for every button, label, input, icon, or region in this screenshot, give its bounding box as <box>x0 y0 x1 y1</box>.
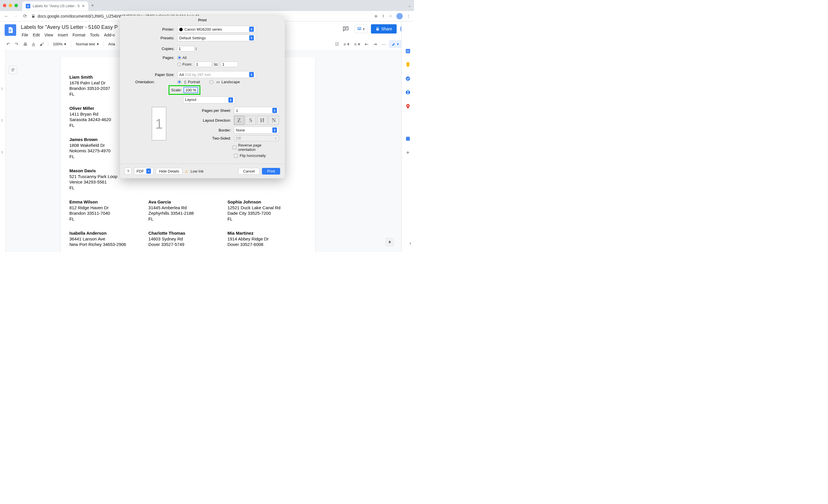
pages-from-input[interactable] <box>195 61 212 67</box>
label-line: 14603 Sydney Rd <box>148 236 227 242</box>
address-label[interactable]: Mia Martinez1914 Abbey Ridge DrDover 335… <box>227 230 306 247</box>
help-button[interactable]: ? <box>125 168 131 174</box>
address-label[interactable]: Emma Wilson812 Ridge Haven DrBrandon 335… <box>69 199 148 222</box>
kebab-menu-icon[interactable]: ⋮ <box>407 14 411 18</box>
copies-input[interactable] <box>177 46 195 51</box>
scale-label: Scale: <box>171 88 181 92</box>
label-line: FL <box>227 216 306 222</box>
redo-button[interactable]: ↷ <box>13 40 20 48</box>
pdf-dropdown-button[interactable]: PDF▼ <box>134 167 154 175</box>
present-button[interactable]: ▾ <box>355 25 367 33</box>
menu-tools[interactable]: Tools <box>88 32 101 38</box>
paper-size-select[interactable]: A4 210 by 297 mm ▲▼ <box>177 71 256 78</box>
layout-dir-1[interactable]: Z <box>234 116 244 125</box>
show-side-panel-button[interactable]: › <box>409 240 411 246</box>
keep-icon[interactable] <box>405 61 411 68</box>
address-label[interactable]: Charlotte Thomas14603 Sydney RdDover 335… <box>148 230 227 247</box>
zoom-select[interactable]: 100% ▾ <box>51 41 69 47</box>
cancel-button[interactable]: Cancel <box>238 168 260 174</box>
spellcheck-button[interactable]: A <box>30 40 37 48</box>
calendar-icon[interactable]: 31 <box>405 47 411 54</box>
header-actions: ▾ Share <box>340 24 409 34</box>
bulleted-list-button[interactable]: ≡ ▾ <box>342 40 351 48</box>
select-arrows-icon: ▼ <box>146 168 151 174</box>
docs-logo-icon[interactable] <box>5 24 16 36</box>
orientation-landscape-radio[interactable] <box>209 80 213 84</box>
back-button[interactable]: ← <box>3 13 9 19</box>
tasks-icon[interactable] <box>405 75 411 82</box>
profile-avatar-icon[interactable] <box>397 13 403 19</box>
menu-edit[interactable]: Edit <box>31 32 42 38</box>
browser-tab-bar: ≡ Labels for "Avery US Letter - 5 ✕ + ⌄ <box>0 0 414 11</box>
layout-dir-3[interactable]: И <box>257 116 267 125</box>
printer-select[interactable]: Canon MG6200 series ▲▼ <box>177 26 256 33</box>
share-button[interactable]: Share <box>371 24 397 34</box>
addon-icon[interactable] <box>405 135 411 142</box>
svg-point-15 <box>407 105 408 106</box>
flip-horizontally-checkbox[interactable] <box>234 154 238 158</box>
explore-button[interactable] <box>386 238 394 246</box>
bookmark-icon[interactable]: ☆ <box>389 14 392 18</box>
forward-button[interactable]: → <box>13 13 18 19</box>
address-label[interactable]: Isabella Anderson36441 Lanson AveNew Por… <box>69 230 148 247</box>
new-tab-button[interactable]: + <box>91 3 94 8</box>
tab-overflow-icon[interactable]: ⌄ <box>408 3 411 8</box>
menu-file[interactable]: File <box>20 32 30 38</box>
share-url-icon[interactable]: ⇪ <box>382 14 385 18</box>
menu-view[interactable]: View <box>42 32 55 38</box>
more-toolbar-button[interactable]: ⋯ <box>380 40 388 48</box>
browser-tab[interactable]: ≡ Labels for "Avery US Letter - 5 ✕ <box>22 1 88 11</box>
outline-toggle-button[interactable] <box>9 66 17 74</box>
style-select[interactable]: Normal text ▾ <box>74 41 101 47</box>
scale-input[interactable] <box>184 87 198 93</box>
increase-indent-button[interactable]: ⇥ <box>372 40 379 48</box>
pages-range-radio[interactable] <box>177 62 181 67</box>
print-confirm-button[interactable]: Print <box>262 168 280 174</box>
layout-dir-2[interactable]: S <box>245 116 256 125</box>
pages-from-label: From: <box>182 62 192 67</box>
comments-icon[interactable] <box>340 24 351 34</box>
address-label[interactable]: Ava Garcia31445 Amberlea RdZephyrhills 3… <box>148 199 227 222</box>
two-sided-select[interactable]: Off ⇅ <box>234 135 279 141</box>
print-dialog: Print Printer: Canon MG6200 series ▲▼ Pr… <box>120 15 285 178</box>
pages-per-sheet-select[interactable]: 1 ▲▼ <box>234 107 279 114</box>
print-toolbar-button[interactable]: 🖶 <box>22 40 29 48</box>
paint-format-button[interactable]: 🖌 <box>38 40 46 48</box>
layout-direction-group: Z S И N <box>234 116 279 125</box>
vertical-ruler[interactable]: 1 2 3 <box>0 50 6 252</box>
close-window-button[interactable] <box>3 4 6 7</box>
undo-button[interactable]: ↶ <box>5 40 12 48</box>
border-select[interactable]: None ▲▼ <box>234 127 279 133</box>
close-tab-icon[interactable]: ✕ <box>82 4 85 8</box>
contacts-icon[interactable] <box>405 89 411 96</box>
label-name: Sophia Johnson <box>227 199 306 205</box>
editing-mode-button[interactable]: ▾ <box>389 40 402 48</box>
checklist-button[interactable]: ☑ <box>333 40 340 48</box>
menu-format[interactable]: Format <box>71 32 87 38</box>
maximize-window-button[interactable] <box>14 4 18 7</box>
layout-section-select[interactable]: Layout ▲▼ <box>183 96 235 103</box>
copies-stepper[interactable]: ▲▼ <box>195 47 197 51</box>
svg-point-12 <box>406 77 410 81</box>
border-label: Border: <box>173 128 234 132</box>
address-label[interactable]: Sophia Johnson12521 Duck Lake Canal RdDa… <box>227 199 306 222</box>
reload-button[interactable]: ⟳ <box>22 13 28 19</box>
label-name: Emma Wilson <box>69 199 148 205</box>
add-addon-icon[interactable]: + <box>405 149 411 156</box>
decrease-indent-button[interactable]: ⇤ <box>363 40 370 48</box>
orientation-portrait-radio[interactable] <box>177 80 181 84</box>
pages-to-input[interactable] <box>220 61 238 67</box>
minimize-window-button[interactable] <box>9 4 12 7</box>
presets-select[interactable]: Default Settings ▲▼ <box>177 34 256 41</box>
layout-dir-4[interactable]: N <box>268 116 279 125</box>
reverse-orientation-checkbox[interactable] <box>233 145 237 150</box>
zoom-icon[interactable]: ⊕ <box>374 14 378 18</box>
menu-add-o[interactable]: Add-o <box>102 32 117 38</box>
hide-details-button[interactable]: Hide Details <box>156 168 182 174</box>
maps-icon[interactable] <box>405 103 411 110</box>
pages-all-radio[interactable] <box>177 56 181 60</box>
font-select[interactable]: Aria <box>106 41 117 47</box>
numbered-list-button[interactable]: ≡ ▾ <box>353 40 362 48</box>
presets-label: Presets: <box>126 36 177 40</box>
menu-insert[interactable]: Insert <box>56 32 70 38</box>
